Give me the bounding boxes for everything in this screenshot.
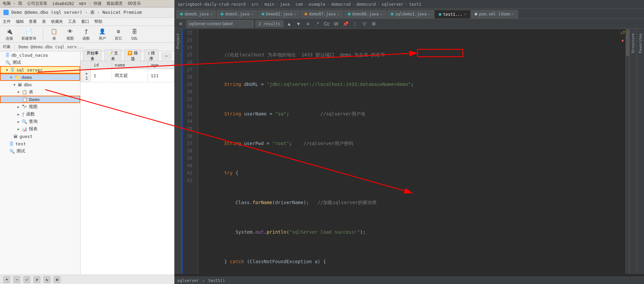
tree-item-guest[interactable]: 🏛 guest <box>0 133 80 140</box>
tree-panel: 🗄 db_cloud_nacos 🔍 测试 ▼ 🗄 sql server ▼ 📁… <box>0 51 80 284</box>
scrollbar[interactable] <box>625 29 629 274</box>
sql-button[interactable]: 🗄 SQL <box>128 26 141 42</box>
menu-file[interactable]: 文件 <box>3 19 11 25</box>
tree-item-ceshi2[interactable]: 🔍 测试 <box>0 147 80 155</box>
scroll-thumb[interactable] <box>626 30 629 56</box>
statusbar-refresh-btn[interactable]: ↻ <box>44 276 50 283</box>
find-in-file-btn[interactable]: ≡ <box>304 20 312 28</box>
user-button[interactable]: 👤 用户 <box>96 26 109 42</box>
table-row[interactable]: ▶ 1 1 闻文超 121 <box>81 69 174 82</box>
tab-pomxml[interactable]: pom.xml [demo × <box>471 10 518 18</box>
tab-demo02[interactable]: Demo02.java × <box>258 10 301 18</box>
breadcrumb-democrud[interactable]: democrud <box>331 2 351 7</box>
table-button[interactable]: 📋 表 <box>47 26 61 42</box>
menu-favorites[interactable]: 收藏夹 <box>51 19 63 25</box>
close-search-btn[interactable]: ✕ <box>177 20 184 28</box>
tree-label-demo-table: Demo <box>29 97 40 102</box>
regex-btn[interactable]: .* <box>314 20 321 28</box>
breadcrumb-src[interactable]: src <box>252 2 259 7</box>
settings-btn[interactable]: ⚙ <box>370 20 377 28</box>
tree-item-functions[interactable]: ▶ ƒ 函数 <box>0 110 80 118</box>
favorites-tab[interactable]: Favorites <box>638 31 643 56</box>
taskbar-item-4[interactable]: wps - 快捷 <box>79 1 102 6</box>
menu-view[interactable]: 查看 <box>29 19 37 25</box>
other-button[interactable]: ⚙ 其它 <box>112 26 125 42</box>
toolbar-divider-1 <box>43 28 43 40</box>
breadcrumb-sqlserver[interactable]: sqlserver <box>382 2 404 7</box>
breadcrumb-test1[interactable]: test1 <box>409 2 421 7</box>
prev-result-btn[interactable]: ▲ <box>285 20 293 28</box>
statusbar-settings-btn[interactable]: ⚙ <box>54 276 60 283</box>
statusbar-remove-btn[interactable]: − <box>13 276 20 283</box>
tree-item-demo-table[interactable]: 📋 Demo <box>0 96 80 103</box>
tab-demo6[interactable]: demo6.java × <box>176 10 216 18</box>
project-tab[interactable]: Project <box>175 31 181 51</box>
tab-close-demo6[interactable]: × <box>210 12 212 16</box>
connect-label: 连接 <box>6 36 13 41</box>
word-btn[interactable]: W <box>332 20 340 28</box>
breadcrumb-example[interactable]: example <box>309 2 326 7</box>
structure-tab[interactable]: Structure <box>630 31 636 56</box>
breadcrumb-springboot[interactable]: springboot-daily-crud-record <box>178 2 246 7</box>
tree-item-db-cloud-nacos[interactable]: 🗄 db_cloud_nacos <box>0 51 80 59</box>
tree-item-demo[interactable]: ▼ 📁 demo <box>0 74 80 81</box>
taskbar-item-5[interactable]: 狐如愿意 <box>107 1 123 6</box>
tab-demo08[interactable]: demo08.java × <box>344 10 387 18</box>
tab-close-demo07[interactable]: × <box>337 12 339 16</box>
tab-label-demo5: demo5.java <box>225 12 249 16</box>
tree-item-queries[interactable]: ▶ 🔍 查询 <box>0 118 80 125</box>
menu-edit[interactable]: 编辑 <box>16 19 24 25</box>
cell-id[interactable]: 1 <box>91 69 112 82</box>
tree-item-dbo[interactable]: ▼ 🏛 dbo <box>0 81 80 88</box>
breadcrumb-java[interactable]: java <box>280 2 290 7</box>
taskbar-item-1[interactable]: 电脑 - 我 <box>3 1 22 6</box>
taskbar-item-2[interactable]: 公司总安装 <box>27 1 47 6</box>
toolbar-more-btn[interactable]: ⋯ <box>161 53 171 59</box>
tree-item-reports[interactable]: ▶ 📊 报表 <box>0 125 80 133</box>
statusbar-cancel-btn[interactable]: ✗ <box>34 276 40 283</box>
menu-window[interactable]: 窗口 <box>81 19 89 25</box>
case-btn[interactable]: Cc <box>323 20 330 28</box>
tab-demo07[interactable]: demo07.java × <box>301 10 343 18</box>
tree-item-tables[interactable]: ▼ 📋 表 <box>0 88 80 96</box>
tab-sqldemo1[interactable]: sqldemo1.java × <box>387 10 434 18</box>
tree-item-views[interactable]: ▶ 🔭 视图 <box>0 103 80 110</box>
menu-tools[interactable]: 工具 <box>68 19 76 25</box>
taskbar-item-6[interactable]: QQ音乐 <box>128 1 141 6</box>
tab-close-demo02[interactable]: × <box>294 12 296 16</box>
tree-item-sqlserver[interactable]: ▼ 🗄 sql server <box>0 66 80 74</box>
new-query-button[interactable]: 📄 新建查询 <box>19 26 39 42</box>
breadcrumb-main[interactable]: main <box>264 2 274 7</box>
tree-item-ceshi[interactable]: 🔍 测试 <box>0 59 80 66</box>
main-toolbar: 🔌 连接 📄 新建查询 📋 表 👁 视图 ƒ 函数 👤 用户 ⚙ 其它 <box>0 26 174 43</box>
taskbar-item-3[interactable]: idea64202 <box>52 1 74 6</box>
view-button[interactable]: 👁 视图 <box>63 26 77 42</box>
code-content[interactable]: //此处localhost 为本地的地址 1433 默认端口 demo 为主表 … <box>198 29 620 274</box>
statusbar-confirm-btn[interactable]: ✓ <box>23 276 30 283</box>
connect-button[interactable]: 🔌 连接 <box>3 26 16 42</box>
breadcrumb-democurd[interactable]: democurd <box>357 2 376 7</box>
menu-table[interactable]: 表 <box>42 19 46 25</box>
filter-btn[interactable]: ▽ <box>361 20 368 28</box>
breadcrumb-com[interactable]: com <box>296 2 303 7</box>
tree-label-sqlserver: sql server <box>16 67 43 73</box>
cell-name[interactable]: 闻文超 <box>112 69 148 82</box>
tree-label-tables: 表 <box>29 89 33 95</box>
statusbar-add-btn[interactable]: + <box>3 276 10 283</box>
function-button[interactable]: ƒ 函数 <box>79 26 93 42</box>
pin-btn[interactable]: 📌 <box>342 20 349 28</box>
next-result-btn[interactable]: ▼ <box>295 20 302 28</box>
more-search-btn[interactable]: ⋮ <box>351 20 359 28</box>
line-num-39: 39 <box>183 154 195 162</box>
tab-close-current[interactable]: × <box>464 12 466 16</box>
tab-demo5[interactable]: demo5.java × <box>217 10 257 18</box>
cell-age[interactable]: 121 <box>148 69 174 82</box>
menu-help[interactable]: 帮助 <box>94 19 102 25</box>
tab-close-pomxml[interactable]: × <box>512 12 514 16</box>
tab-close-sqldemo1[interactable]: × <box>428 12 430 16</box>
tab-close-demo08[interactable]: × <box>380 12 382 16</box>
tab-current[interactable]: test1... × <box>435 10 470 18</box>
search-input[interactable] <box>186 20 254 28</box>
tree-item-test[interactable]: 🗄 test <box>0 140 80 147</box>
tab-close-demo5[interactable]: × <box>251 12 253 16</box>
